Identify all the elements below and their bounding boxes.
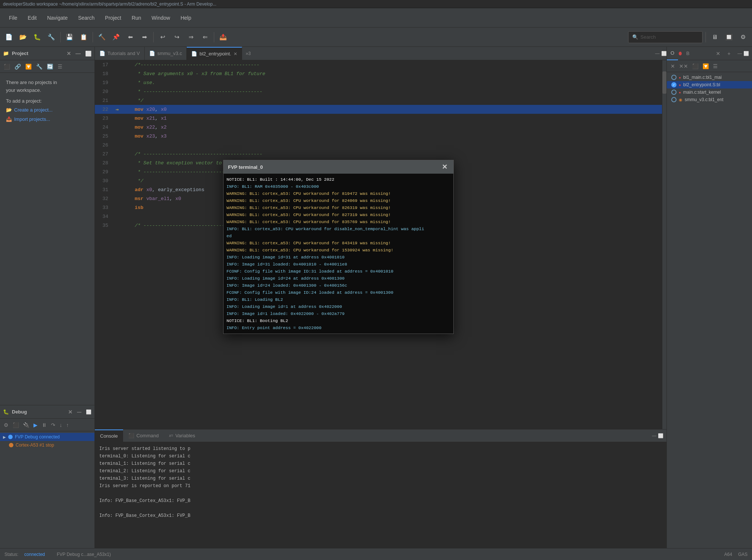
right-panel: O B ✕ + — ⬜ ✕ ✕✕ ⬛ 🔽 ☰ ● bl1_mai [666, 47, 752, 548]
menu-window[interactable]: Window [147, 13, 175, 23]
right-tab-breakpoints[interactable]: B [682, 47, 693, 60]
bottom-minimize[interactable]: — [652, 433, 656, 438]
fvp-line-2: WARNING: BL1: cortex_a53: CPU workaround… [226, 190, 450, 197]
search-label[interactable]: Search [640, 34, 656, 40]
tab-bl2-close[interactable]: ✕ [234, 51, 237, 57]
debug-resume[interactable]: ▶ [32, 421, 39, 429]
console-line-3: terminal_1: Listening for serial c [99, 460, 662, 467]
right-menu[interactable]: ☰ [711, 62, 719, 70]
project-panel-maximize[interactable]: ⬜ [85, 51, 91, 57]
toolbar-ref3[interactable]: ➡ [138, 31, 150, 43]
variables-icon: x= [169, 434, 173, 438]
menu-navigate[interactable]: Navigate [43, 13, 72, 23]
debug-maximize[interactable]: ⬜ [86, 409, 91, 415]
right-remove-all[interactable]: ✕✕ [678, 62, 690, 70]
right-tab-outline[interactable]: O [667, 47, 678, 60]
menu-project[interactable]: Project [100, 13, 126, 23]
outline-item-mainc[interactable]: ● main.c:start_kernel [667, 88, 752, 96]
no-projects-line2: your workspace. [6, 87, 89, 94]
toolbar-open[interactable]: 📂 [17, 31, 29, 43]
toolbar-settings[interactable]: ⚙ [737, 31, 749, 43]
project-sync[interactable]: 🔄 [45, 63, 55, 70]
toolbar-save-all[interactable]: 📋 [78, 31, 90, 43]
debug-terminate[interactable]: ⬛ [11, 421, 20, 429]
project-collapse-all[interactable]: ⬛ [2, 63, 12, 70]
toolbar-debug[interactable]: 🐛 [31, 31, 43, 43]
import-projects-label[interactable]: Import projects... [14, 116, 50, 123]
toolbar-undo[interactable]: ↩ [157, 31, 168, 43]
tab-overflow[interactable]: »3 [242, 51, 254, 56]
toolbar-export[interactable]: 📤 [217, 31, 229, 43]
editor-scrollbar[interactable] [662, 60, 666, 429]
debug-item-connected[interactable]: ▶ FVP Debug connected [0, 433, 94, 441]
debug-settings[interactable]: ⚙ [2, 421, 10, 429]
toolbar-layout[interactable]: 🔲 [723, 31, 735, 43]
create-project-label[interactable]: Create a project... [14, 106, 52, 114]
fvp-title: FVP terminal_0 [228, 164, 263, 170]
debug-item-stopped[interactable]: Cortex-A53 #1 stop [0, 441, 94, 449]
create-project-link[interactable]: 📂 Create a project... [6, 106, 89, 114]
fvp-line-5: WARNING: BL1: cortex_a53: CPU workaround… [226, 211, 450, 218]
toolbar-new[interactable]: 📄 [3, 31, 15, 43]
debug-step-over[interactable]: ↷ [49, 421, 57, 429]
right-maximize[interactable]: ⬜ [743, 51, 749, 56]
editor-minimize[interactable]: — [655, 51, 660, 56]
right-disable[interactable]: ⬛ [691, 62, 700, 70]
menu-search[interactable]: Search [74, 13, 99, 23]
toolbar-ref2[interactable]: ⬅ [124, 31, 136, 43]
toolbar-redo[interactable]: ↪ [171, 31, 183, 43]
code-line-17: 17 /*-----------------------------------… [95, 60, 662, 69]
bottom-tab-console[interactable]: Console [95, 429, 123, 442]
toolbar-debug2[interactable]: 🔧 [45, 31, 57, 43]
tab-smmu[interactable]: 📄 smmu_v3.c [145, 47, 187, 60]
code-line-20: 20 * -----------------------------------… [95, 87, 662, 96]
project-link[interactable]: 🔗 [13, 63, 22, 70]
menu-help[interactable]: Help [176, 13, 196, 23]
editor-maximize[interactable]: ⬜ [661, 51, 667, 56]
outline-item-bl2entrypoint[interactable]: ✓ ● bl2_entrypoint.S:bl [667, 81, 752, 88]
bottom-tab-command[interactable]: ⬛ Command [123, 429, 164, 442]
debug-step-return[interactable]: ↑ [65, 421, 70, 429]
project-filter[interactable]: 🔽 [24, 63, 33, 70]
debug-pause[interactable]: ⏸ [40, 421, 48, 429]
toolbar-ref[interactable]: 📌 [110, 31, 122, 43]
right-remove[interactable]: ✕ [669, 62, 677, 70]
outline-item-checkbox-1 [671, 75, 677, 80]
toolbar-back[interactable]: ⇐ [199, 31, 211, 43]
outline-item-smmuc[interactable]: ◉ smmu_v3.c:bl1_ent [667, 96, 752, 103]
format-indicator: GAS [738, 552, 748, 557]
search-box[interactable]: 🔍 Search [628, 31, 703, 43]
toolbar-forward[interactable]: ⇒ [185, 31, 197, 43]
menu-edit[interactable]: Edit [23, 13, 41, 23]
menu-run[interactable]: Run [127, 13, 146, 23]
project-menu[interactable]: ☰ [56, 63, 64, 70]
debug-step-into[interactable]: ↓ [58, 421, 64, 429]
toolbar-build[interactable]: 🔨 [96, 31, 108, 43]
tab-window-controls[interactable]: — ⬜ [655, 47, 666, 60]
project-wrench[interactable]: 🔧 [35, 63, 44, 70]
toolbar-save[interactable]: 💾 [64, 31, 75, 43]
debug-status-icon-1 [8, 435, 13, 439]
bottom-tab-bar: Console ⬛ Command x= Variables — ⬜ [95, 429, 666, 442]
project-panel-close[interactable]: ✕ [67, 51, 71, 57]
import-projects-link[interactable]: 📥 Import projects... [6, 116, 89, 123]
tab-tutorials[interactable]: 📄 Tutorials and V [95, 47, 145, 60]
debug-minimize[interactable]: — [77, 409, 81, 415]
debug-close[interactable]: ✕ [68, 409, 73, 415]
right-tab-close[interactable]: ✕ [713, 51, 723, 57]
toolbar-perspective[interactable]: 🖥 [709, 31, 721, 43]
variables-label: Variables [176, 433, 195, 438]
tab-bl2[interactable]: 📄 bl2_entrypoint. ✕ [187, 47, 242, 60]
code-line-23: 23 mov x21, x1 [95, 114, 662, 123]
fvp-close-button[interactable]: ✕ [440, 162, 449, 171]
right-add[interactable]: + [723, 47, 735, 60]
outline-item-bl1main[interactable]: ● bl1_main.c:bl1_mai [667, 74, 752, 81]
bottom-tab-variables[interactable]: x= Variables [164, 429, 200, 442]
menu-file[interactable]: File [4, 13, 22, 23]
project-panel-minimize[interactable]: — [75, 51, 81, 57]
fvp-content[interactable]: NOTICE: BL1: Built : 14:44:00, Dec 15 20… [224, 174, 453, 334]
right-filter[interactable]: 🔽 [701, 62, 710, 70]
right-minimize[interactable]: — [737, 51, 742, 56]
debug-connect[interactable]: 🔌 [22, 421, 31, 429]
bottom-maximize[interactable]: ⬜ [658, 433, 663, 438]
